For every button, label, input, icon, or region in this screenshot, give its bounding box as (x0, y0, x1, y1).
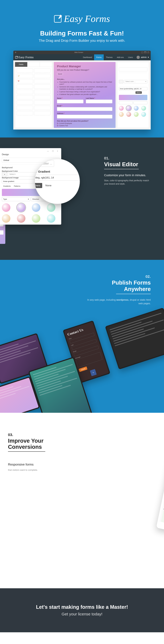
tab-others[interactable]: Others (35, 183, 42, 188)
gradient-swatch[interactable] (119, 106, 124, 111)
section-number: 03. (8, 433, 56, 437)
app-navbar: Easy Forms Dashboard Forms Themes Add-on… (13, 54, 151, 60)
bgcolor-label: Background Color (119, 78, 147, 80)
devices-illustration: Contact Us First Last Email Message Subm… (0, 309, 164, 410)
app-window: Web Screen Easy Forms Dashboard Forms Th… (13, 51, 151, 130)
app-brand[interactable]: Easy Forms (15, 54, 34, 60)
gradient-swatch[interactable] (126, 112, 131, 117)
nav-forms[interactable]: Forms (94, 54, 104, 60)
gradient-swatch[interactable] (47, 203, 55, 212)
tab-patterns[interactable]: Patterns (13, 184, 22, 188)
tab-none[interactable]: None (44, 183, 53, 188)
nav-dashboard[interactable]: Dashboard (81, 54, 94, 60)
field-item[interactable]: ✎Signature (17, 111, 33, 115)
address-input[interactable] (57, 115, 112, 118)
field-item[interactable]: ⬆File Upload (34, 95, 50, 99)
field-item[interactable]: HHeading (17, 68, 33, 73)
color-select[interactable]: Select color ...▾ (124, 80, 147, 84)
field-icon: 📅 (18, 80, 20, 82)
name-input[interactable] (57, 100, 83, 103)
field-item[interactable]: ☰Text Area (17, 84, 33, 89)
tab-fields[interactable]: Fields (15, 62, 28, 67)
direction-select[interactable]: Direction▾ (133, 101, 147, 104)
field-item[interactable]: 📅Date Field (17, 79, 33, 84)
contact-submit-button[interactable]: Submit (79, 366, 88, 372)
radio-option[interactable]: Careers Fair (57, 125, 112, 126)
user-menu[interactable]: admin ▾ (136, 56, 149, 59)
gradient-swatch[interactable] (134, 112, 138, 117)
color-swatch[interactable]: ▾ (2, 172, 7, 176)
section-title: Publish FormsAnywhere (84, 280, 151, 292)
gradient-input[interactable]: linear-gradient(0deg, rgb(161, 14 (119, 87, 147, 90)
form-subtitle: Will you be our next Product Manager? (57, 69, 112, 71)
conversions-text: 03. Improve YourConversions Responsive f… (8, 433, 56, 472)
field-icon: H (18, 70, 20, 72)
color-swatch[interactable]: ▾ (119, 80, 123, 84)
gradient-swatch[interactable] (141, 106, 146, 111)
nav-themes[interactable]: Themes (104, 54, 115, 60)
form-title: Product Manager (57, 65, 112, 68)
design-title: Design (119, 64, 147, 66)
publish-section: 02. Publish FormsAnywhere In any web pag… (0, 260, 164, 413)
field-item[interactable]: №Number Field (34, 74, 50, 78)
gradient-swatch[interactable] (32, 214, 40, 223)
tablet-analytics: Easy Forms Stats Submissions Performance… (156, 444, 164, 541)
gradient-preview (119, 95, 147, 100)
field-item[interactable]: ▾Select List (34, 90, 50, 94)
chevron-down-icon: ▾ (148, 56, 149, 58)
tab-patterns[interactable]: Patterns (128, 91, 135, 94)
lastname-input[interactable] (86, 100, 112, 103)
field-item[interactable]: Snippet (17, 100, 33, 105)
scope-select[interactable]: Global▾ (119, 68, 147, 72)
gradient-swatch[interactable] (119, 112, 124, 117)
field-item[interactable]: ✉Email Field (34, 79, 50, 84)
nav-addons[interactable]: Add-ons (115, 54, 126, 60)
field-icon: ¶ (35, 70, 37, 72)
window-controls[interactable] (141, 52, 149, 53)
field-item[interactable]: ¶Paragraph (34, 68, 50, 73)
gradient-swatch[interactable] (134, 106, 138, 111)
tab-none[interactable]: None (142, 91, 148, 94)
gradient-swatch[interactable] (17, 203, 26, 212)
field-icon: ✉ (35, 80, 37, 82)
visual-text: 01. Visual Editor Customize your form in… (104, 156, 149, 186)
form-canvas[interactable]: Product Manager Will you be our next Pro… (54, 62, 115, 128)
recaptcha-icon[interactable]: ↻ (90, 369, 97, 376)
section-lead: Customize your form in minutes. (104, 173, 149, 177)
gradient-swatch[interactable] (17, 214, 26, 223)
tab-settings[interactable]: Settings (28, 62, 40, 67)
email-input[interactable] (57, 107, 112, 111)
field-item[interactable]: ◉Radio Buttons (17, 90, 33, 94)
field-item[interactable]: …Hidden Field (17, 95, 33, 99)
hero-section: Easy Forms Building Forms Fast & Fun! Th… (0, 0, 164, 138)
window-dots (15, 52, 16, 53)
field-icon: ☑ (35, 86, 37, 88)
gradient-swatch[interactable] (141, 112, 146, 117)
field-item[interactable]: ⎵Spacer (34, 106, 50, 110)
gradient-swatch[interactable] (47, 214, 55, 223)
window-title: Web Screen (74, 52, 83, 53)
type-select[interactable]: Type▾ (2, 197, 30, 201)
type-select[interactable]: Type▾ (119, 101, 133, 104)
app-body: Fields Settings Code HHeading¶Paragraph📝… (13, 60, 151, 130)
gradient-swatch[interactable] (2, 214, 10, 223)
minimize-icon (141, 52, 143, 53)
q2-label: How did you find out about this position… (57, 120, 112, 122)
tab-others[interactable]: Others (135, 91, 142, 94)
field-item[interactable]: ↻reCaptcha (34, 100, 50, 105)
gradient-swatch[interactable] (2, 203, 10, 212)
tab-gradients[interactable]: Gradients (2, 184, 12, 188)
field-item[interactable]: ☑Checkboxes (34, 84, 50, 89)
field-icon: № (35, 75, 37, 77)
nav-users[interactable]: Users (126, 54, 135, 60)
gradient-swatch[interactable] (32, 203, 40, 212)
tab-gradients[interactable]: Gradients (119, 91, 127, 94)
gradient-input-zoom[interactable]: nt(0deg, rgb(161, 14 (35, 175, 80, 180)
field-item[interactable]: ✔Submit (34, 111, 50, 115)
gradient-swatch[interactable] (126, 106, 131, 111)
field-item[interactable]: 📝Text Field (17, 74, 33, 78)
field-item[interactable]: ⤓Page Break (17, 106, 33, 110)
tab-code[interactable]: Code (40, 62, 52, 67)
radio-option[interactable]: Current Employee (57, 122, 112, 124)
chevron-down-icon: ▾ (145, 80, 146, 83)
